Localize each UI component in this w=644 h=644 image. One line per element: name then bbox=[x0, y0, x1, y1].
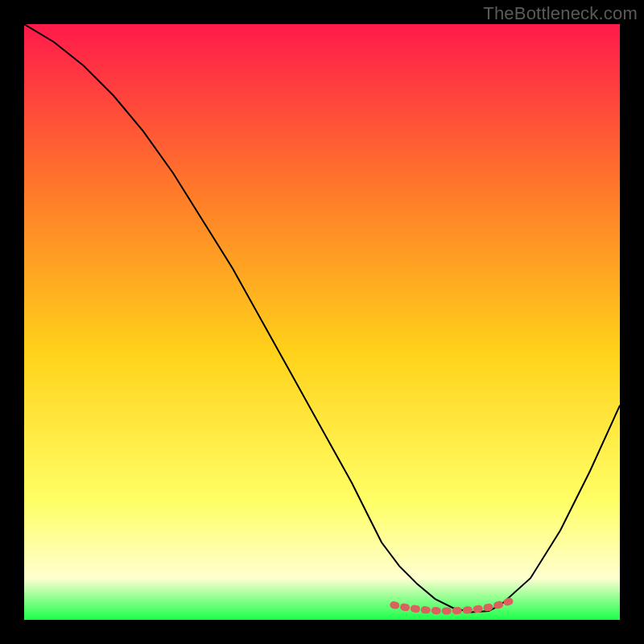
chart-svg bbox=[24, 24, 620, 620]
watermark-text: TheBottleneck.com bbox=[483, 3, 638, 24]
plot-area bbox=[24, 24, 620, 620]
chart-frame: TheBottleneck.com bbox=[0, 0, 644, 644]
gradient-background bbox=[24, 24, 620, 620]
